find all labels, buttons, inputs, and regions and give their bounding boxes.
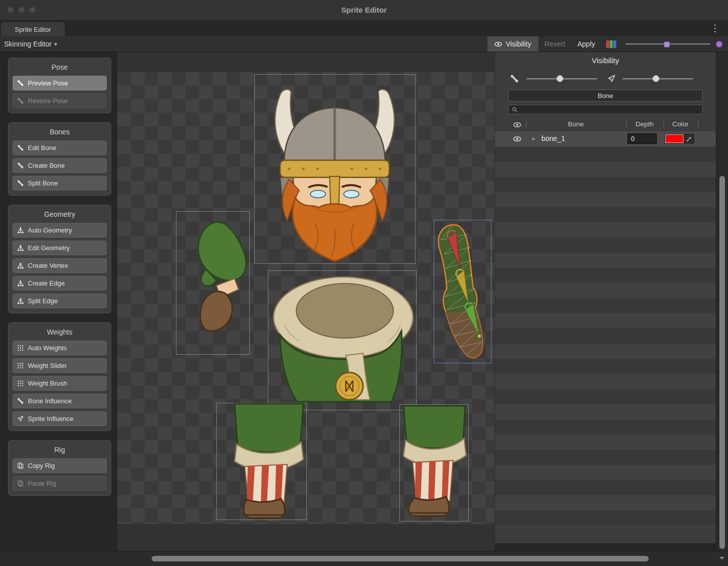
sprite-mitten[interactable] <box>198 222 246 331</box>
create-edge-label: Create Edge <box>28 279 65 287</box>
sprite-torso[interactable] <box>274 277 413 402</box>
panel-weights: Weights Auto Weights Weight Slider Weigh… <box>8 322 111 431</box>
restore-pose-button[interactable]: Restore Pose <box>13 93 107 108</box>
create-bone-icon <box>17 162 24 169</box>
minimize-button[interactable] <box>18 7 25 13</box>
tab-label: Sprite Editor <box>15 26 51 33</box>
more-options-icon[interactable]: ⋮ <box>710 23 720 34</box>
auto-geometry-icon <box>17 227 24 233</box>
panel-rig: Rig Copy Rig Paste Rig <box>8 440 111 496</box>
sprite-canvas[interactable] <box>117 52 494 551</box>
search-input[interactable] <box>520 106 699 114</box>
window-controls <box>7 7 36 13</box>
create-edge-button[interactable]: Create Edge <box>13 276 107 291</box>
weight-brush-button[interactable]: Weight Brush <box>13 376 107 391</box>
weight-slider-button[interactable]: Weight Slider <box>13 358 107 373</box>
edit-bone-label: Edit Bone <box>28 144 56 152</box>
depth-input[interactable] <box>627 133 657 144</box>
preview-pose-label: Preview Pose <box>28 79 68 87</box>
copy-rig-button[interactable]: Copy Rig <box>13 458 107 473</box>
bone-influence-label: Bone Influence <box>28 397 72 405</box>
sprite-arm-selected[interactable] <box>438 225 482 358</box>
split-bone-button[interactable]: Split Bone <box>13 176 107 191</box>
panel-rig-title: Rig <box>13 446 107 454</box>
chevron-down-icon: ▾ <box>54 41 57 48</box>
revert-button[interactable]: Revert <box>538 40 571 48</box>
horizontal-scrollbar[interactable] <box>0 551 728 566</box>
panel-pose-title: Pose <box>13 63 107 71</box>
tool-sidebar: Pose Preview Pose Restore Pose Bones Edi… <box>8 58 111 505</box>
bone-influence-icon <box>17 398 24 404</box>
sprite-color-icon[interactable] <box>715 40 723 48</box>
split-edge-label: Split Edge <box>28 297 58 305</box>
apply-button[interactable]: Apply <box>571 40 601 48</box>
visibility-label: Visibility <box>506 40 531 48</box>
edit-geometry-button[interactable]: Edit Geometry <box>13 241 107 255</box>
bone-tab-label: Bone <box>598 92 613 100</box>
vertical-scrollbar-thumb[interactable] <box>719 176 725 549</box>
auto-weights-icon <box>17 345 24 351</box>
paste-rig-button[interactable]: Paste Rig <box>13 476 107 491</box>
sprite-influence-button[interactable]: Sprite Influence <box>13 411 107 426</box>
panel-bones-title: Bones <box>13 128 107 136</box>
bone-influence-button[interactable]: Bone Influence <box>13 394 107 408</box>
bone-list-empty-rows <box>495 147 716 527</box>
restore-pose-icon <box>17 98 24 104</box>
sprite-left-leg[interactable] <box>235 404 303 518</box>
rgb-channels-icon[interactable] <box>606 40 616 48</box>
bone-name[interactable]: bone_1 <box>541 134 565 143</box>
alpha-slider-thumb[interactable] <box>664 41 670 48</box>
vertical-scrollbar[interactable] <box>716 52 728 551</box>
weight-slider-label: Weight Slider <box>28 362 67 369</box>
create-vertex-icon <box>17 262 24 269</box>
zoom-button[interactable] <box>29 7 36 13</box>
tab-sprite-editor[interactable]: Sprite Editor <box>1 22 65 36</box>
bone-color-swatch[interactable] <box>665 134 684 143</box>
bone-row[interactable]: ▸ bone_1 <box>495 131 716 147</box>
panel-geometry: Geometry Auto Geometry Edit Geometry Cre… <box>8 205 111 313</box>
create-bone-label: Create Bone <box>28 162 65 169</box>
preview-pose-button[interactable]: Preview Pose <box>13 76 107 90</box>
sprite-head[interactable] <box>275 89 394 261</box>
panel-pose: Pose Preview Pose Restore Pose <box>8 58 111 113</box>
split-edge-button[interactable]: Split Edge <box>13 294 107 308</box>
scroll-down-arrow-icon[interactable] <box>719 557 724 562</box>
horizontal-scrollbar-thumb[interactable] <box>152 556 649 561</box>
disclosure-icon[interactable]: ▸ <box>532 135 535 142</box>
column-color[interactable]: Color <box>665 120 696 128</box>
mode-dropdown[interactable]: Skinning Editor ▾ <box>4 36 57 52</box>
create-vertex-button[interactable]: Create Vertex <box>13 258 107 273</box>
bone-opacity-slider-thumb[interactable] <box>557 75 563 82</box>
mode-label: Skinning Editor <box>4 40 52 48</box>
sprite-opacity-icon <box>607 74 616 83</box>
viking-sprite-parts <box>117 52 494 551</box>
auto-geometry-label: Auto Geometry <box>28 226 72 234</box>
create-bone-button[interactable]: Create Bone <box>13 158 107 173</box>
auto-geometry-button[interactable]: Auto Geometry <box>13 223 107 238</box>
visibility-panel: Visibility Bone | Bone | Depth | Color |… <box>494 52 716 543</box>
eyedropper-button[interactable] <box>684 134 694 143</box>
visibility-toggle-button[interactable]: Visibility <box>487 36 538 52</box>
visibility-column-eye-icon[interactable] <box>513 121 521 129</box>
alpha-slider[interactable] <box>625 40 710 48</box>
column-depth[interactable]: Depth <box>627 120 662 128</box>
bone-tab-button[interactable]: Bone <box>508 89 703 102</box>
close-button[interactable] <box>7 7 14 13</box>
create-vertex-label: Create Vertex <box>28 262 68 269</box>
auto-weights-button[interactable]: Auto Weights <box>13 341 107 355</box>
column-bone[interactable]: Bone <box>527 120 624 128</box>
sprite-opacity-slider-thumb[interactable] <box>653 75 659 82</box>
weight-brush-label: Weight Brush <box>28 380 67 387</box>
row-visibility-eye-icon[interactable] <box>513 135 521 143</box>
edit-bone-button[interactable]: Edit Bone <box>13 140 107 155</box>
weight-brush-icon <box>17 380 24 387</box>
window-title: Sprite Editor <box>0 0 728 20</box>
weight-slider-icon <box>17 362 24 369</box>
bone-search-field[interactable] <box>508 105 703 114</box>
preview-pose-icon <box>17 80 24 86</box>
copy-rig-label: Copy Rig <box>28 462 55 469</box>
split-edge-icon <box>17 298 24 304</box>
create-edge-icon <box>17 280 24 287</box>
sprite-right-leg[interactable] <box>403 406 466 516</box>
edit-geometry-icon <box>17 245 24 251</box>
